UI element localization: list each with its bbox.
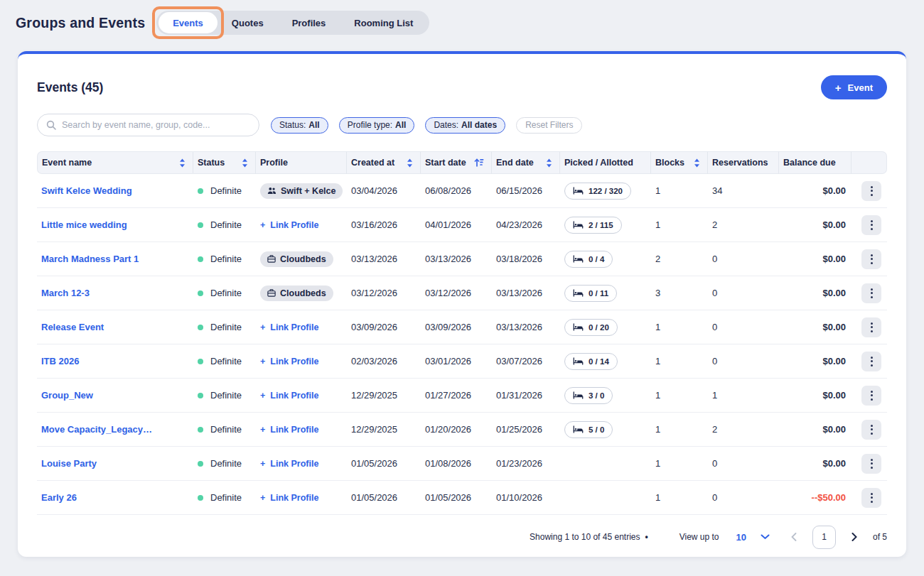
dot-separator: • <box>645 532 648 542</box>
event-name-link[interactable]: Early 26 <box>41 492 189 503</box>
reservations-cell: 1 <box>708 379 779 413</box>
event-name-link[interactable]: Louise Party <box>41 458 189 469</box>
event-name-link[interactable]: Swift Kelce Wedding <box>41 185 189 196</box>
next-page-button[interactable] <box>852 533 857 541</box>
column-header-blocks[interactable]: Blocks <box>651 151 708 174</box>
briefcase-icon <box>267 255 276 263</box>
link-profile-button[interactable]: + Link Profile <box>260 459 318 469</box>
event-name-link[interactable]: Move Capacity_Legacy… <box>41 424 189 435</box>
filter-dates-value: All dates <box>461 120 497 130</box>
link-profile-button[interactable]: + Link Profile <box>260 391 318 401</box>
status-dot <box>198 188 203 194</box>
previous-page-button[interactable] <box>791 533 797 541</box>
link-profile-button[interactable]: + Link Profile <box>260 220 318 230</box>
status-dot <box>198 325 203 330</box>
column-label: Balance due <box>783 158 836 168</box>
picked-allotted-cell: 0 / 14 <box>560 344 651 379</box>
row-actions-kebab-button[interactable] <box>861 181 881 201</box>
table-row: Move Capacity_Legacy… Definite + Link Pr… <box>37 413 887 447</box>
event-name-link[interactable]: Group_New <box>41 390 189 401</box>
picked-allotted-value: 122 / 320 <box>589 187 623 195</box>
row-actions-kebab-button[interactable] <box>861 352 881 371</box>
balance-due-cell: $0.00 <box>779 208 852 242</box>
bed-icon <box>573 323 584 331</box>
event-name-link[interactable]: ITB 2026 <box>41 356 189 366</box>
page-number-input[interactable] <box>812 526 836 549</box>
actions-cell <box>852 174 887 208</box>
profile-cell: + Link Profile <box>256 208 347 242</box>
page-size-select[interactable]: 10 <box>736 532 770 543</box>
status-cell: Definite <box>193 447 256 481</box>
profile-cell: Cloudbeds <box>256 242 347 276</box>
add-event-button[interactable]: + Event <box>821 75 887 99</box>
actions-cell <box>852 310 887 344</box>
profile-pill[interactable]: Cloudbeds <box>260 286 333 301</box>
column-header-event-name[interactable]: Event name <box>37 151 193 174</box>
row-actions-kebab-button[interactable] <box>861 420 881 440</box>
tab-quotes[interactable]: Quotes <box>217 12 278 33</box>
picked-allotted-cell: 3 / 0 <box>560 379 651 413</box>
link-profile-button[interactable]: + Link Profile <box>260 425 318 435</box>
picked-allotted-cell: 0 / 11 <box>560 276 651 310</box>
status-label: Definite <box>210 390 242 401</box>
kebab-icon <box>871 254 873 256</box>
filter-dates[interactable]: Dates: All dates <box>425 117 505 134</box>
page-size-value: 10 <box>736 532 746 543</box>
row-actions-kebab-button[interactable] <box>861 386 881 406</box>
profile-pill[interactable]: Swift + Kelce <box>260 183 343 199</box>
filter-profile-type[interactable]: Profile type: All <box>339 117 415 134</box>
blocks-cell: 1 <box>651 481 708 515</box>
chevron-left-icon <box>791 533 797 541</box>
reservations-cell: 0 <box>708 481 779 515</box>
page-title: Groups and Events <box>16 15 145 31</box>
row-actions-kebab-button[interactable] <box>861 249 881 269</box>
tab-events[interactable]: Events <box>159 12 217 33</box>
column-header-start-date[interactable]: Start date <box>421 151 492 174</box>
link-profile-label: Link Profile <box>270 357 318 366</box>
column-header-status[interactable]: Status <box>193 151 256 174</box>
tab-profiles[interactable]: Profiles <box>278 12 340 33</box>
link-profile-button[interactable]: + Link Profile <box>260 357 318 366</box>
end-date-cell: 01/10/2026 <box>492 481 560 515</box>
row-actions-kebab-button[interactable] <box>861 317 881 337</box>
reservations-cell: 0 <box>708 447 779 481</box>
column-header-created-at[interactable]: Created at <box>347 151 421 174</box>
table-row: ITB 2026 Definite + Link Profile 02/03/2… <box>37 344 887 379</box>
status-cell: Definite <box>193 242 256 276</box>
column-label: Blocks <box>655 158 684 168</box>
profile-pill[interactable]: Cloudbeds <box>260 251 333 267</box>
reset-filters-button[interactable]: Reset Filters <box>516 117 582 134</box>
event-name-link[interactable]: March 12-3 <box>41 288 189 298</box>
row-actions-kebab-button[interactable] <box>861 283 881 303</box>
row-actions-kebab-button[interactable] <box>861 488 881 508</box>
link-profile-button[interactable]: + Link Profile <box>260 322 318 332</box>
start-date-cell: 04/01/2026 <box>421 208 492 242</box>
event-name-link[interactable]: Release Event <box>41 322 189 332</box>
status-label: Definite <box>210 458 242 469</box>
row-actions-kebab-button[interactable] <box>861 454 881 474</box>
row-actions-kebab-button[interactable] <box>861 215 881 235</box>
event-name-link[interactable]: Little mice wedding <box>41 219 189 230</box>
balance-due-cell: $0.00 <box>779 310 852 344</box>
end-date-cell: 04/23/2026 <box>492 208 560 242</box>
panel-heading: Events (45) <box>37 80 103 95</box>
bed-icon <box>573 289 584 297</box>
link-profile-button[interactable]: + Link Profile <box>260 493 318 503</box>
plus-icon: + <box>260 220 265 230</box>
tab-rooming-list[interactable]: Rooming List <box>340 12 427 33</box>
created-at-cell: 03/12/2026 <box>347 276 421 310</box>
column-header-end-date[interactable]: End date <box>492 151 560 174</box>
start-date-cell: 01/08/2026 <box>421 447 492 481</box>
event-name-link[interactable]: March Madness Part 1 <box>41 254 189 264</box>
filter-status[interactable]: Status: All <box>271 117 328 134</box>
search-input[interactable] <box>62 120 250 130</box>
status-dot <box>198 393 203 398</box>
event-name-cell: March 12-3 <box>37 276 193 310</box>
link-profile-label: Link Profile <box>270 425 318 435</box>
link-profile-label: Link Profile <box>270 493 318 503</box>
blocks-cell: 1 <box>651 379 708 413</box>
tab-rooming-list-label: Rooming List <box>354 18 413 28</box>
actions-cell <box>852 481 887 515</box>
picked-allotted-cell: 2 / 115 <box>560 208 651 242</box>
tab-bar: Events Quotes Profiles Rooming List <box>156 11 429 35</box>
